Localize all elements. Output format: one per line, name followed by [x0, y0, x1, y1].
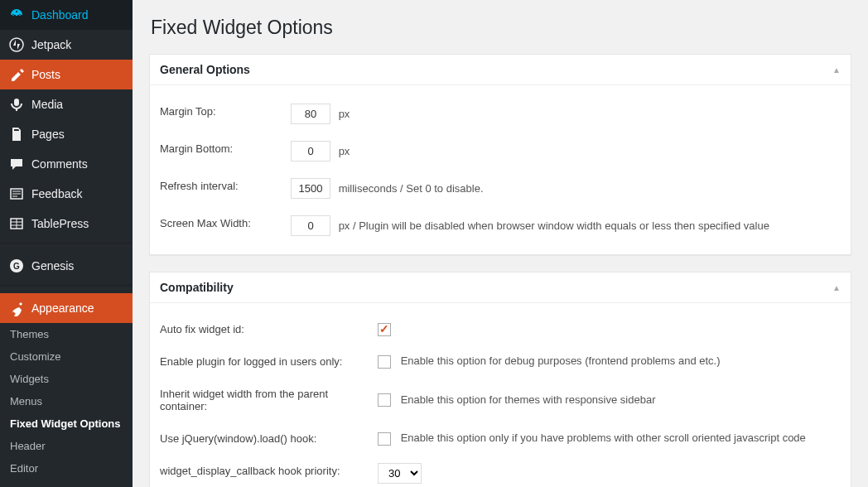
margin-bottom-suffix: px [339, 145, 350, 157]
svg-text:G: G [13, 262, 20, 271]
jquery-label: Use jQuery(window).load() hook: [160, 422, 371, 455]
inherit-checkbox[interactable] [378, 393, 391, 407]
margin-bottom-input[interactable] [291, 141, 330, 162]
margin-top-label: Margin Top: [160, 95, 284, 133]
sidebar-item-feedback[interactable]: Feedback [0, 179, 133, 209]
submenu-widgets[interactable]: Widgets [0, 368, 133, 390]
toggle-icon[interactable]: ▲ [832, 283, 841, 292]
screen-max-label: Screen Max Width: [160, 207, 284, 244]
screen-max-suffix: px / Plugin will be disabled when browse… [339, 219, 769, 232]
tablepress-icon [8, 215, 25, 232]
margin-top-input[interactable] [291, 104, 330, 124]
admin-sidebar: Dashboard Jetpack Posts Media Pages Comm… [0, 0, 133, 487]
sidebar-item-label: Media [31, 98, 63, 111]
margin-top-suffix: px [339, 108, 350, 120]
svg-point-0 [10, 38, 23, 51]
sidebar-item-jetpack[interactable]: Jetpack [0, 30, 133, 60]
posts-icon [8, 66, 25, 83]
menu-separator [0, 285, 133, 289]
appearance-icon [8, 300, 25, 316]
page-title: Fixed Widget Options [151, 17, 851, 39]
logged-desc: Enable this option for debug purposes (f… [401, 354, 721, 367]
sidebar-item-label: Jetpack [31, 38, 71, 51]
jetpack-icon [8, 36, 25, 53]
pages-icon [8, 126, 25, 142]
menu-separator [0, 243, 133, 247]
logged-label: Enable plugin for logged in users only: [160, 345, 371, 378]
main-content: Fixed Widget Options General Options ▲ M… [133, 0, 868, 487]
sidebar-item-label: Comments [31, 157, 88, 171]
sidebar-item-label: TablePress [31, 217, 89, 230]
toggle-icon[interactable]: ▲ [832, 65, 841, 75]
inherit-desc: Enable this option for themes with respo… [401, 393, 656, 406]
compatibility-header[interactable]: Compatibility ▲ [150, 272, 851, 303]
jquery-checkbox[interactable] [378, 432, 391, 446]
submenu-themes[interactable]: Themes [0, 323, 133, 345]
sidebar-item-media[interactable]: Media [0, 89, 133, 119]
sidebar-item-label: Dashboard [31, 8, 89, 22]
sidebar-item-label: Pages [31, 128, 65, 141]
refresh-input[interactable] [291, 178, 330, 199]
general-options-box: General Options ▲ Margin Top: px Margin … [149, 54, 851, 255]
autofix-checkbox[interactable] [378, 323, 391, 336]
screen-max-input[interactable] [291, 215, 330, 236]
sidebar-item-posts[interactable]: Posts [0, 60, 133, 89]
submenu-menus[interactable]: Menus [0, 390, 133, 412]
sidebar-item-genesis[interactable]: G Genesis [0, 251, 133, 281]
comments-icon [8, 156, 25, 172]
dashboard-icon [8, 7, 25, 23]
logged-checkbox[interactable] [378, 355, 391, 369]
genesis-icon: G [8, 258, 25, 274]
submenu-header[interactable]: Header [0, 435, 133, 457]
media-icon [8, 96, 25, 113]
general-options-header[interactable]: General Options ▲ [150, 55, 851, 85]
compatibility-heading: Compatibility [160, 281, 234, 294]
compatibility-box: Compatibility ▲ Auto fix widget id: Enab… [149, 272, 851, 487]
sidebar-item-label: Posts [31, 68, 60, 81]
general-options-heading: General Options [160, 63, 250, 76]
priority-label: widget_display_callback hook priority: [160, 455, 371, 487]
refresh-label: Refresh interval: [160, 170, 284, 207]
refresh-suffix: milliseconds / Set 0 to disable. [339, 182, 484, 195]
jquery-desc: Enable this option only if you have prob… [401, 432, 806, 444]
priority-select[interactable]: 30 [378, 463, 422, 484]
sidebar-item-tablepress[interactable]: TablePress [0, 209, 133, 239]
sidebar-item-appearance[interactable]: Appearance [0, 293, 133, 323]
submenu-customize[interactable]: Customize [0, 345, 133, 368]
submenu-fixed-widget-options[interactable]: Fixed Widget Options [0, 412, 133, 435]
inherit-label: Inherit widget width from the parent con… [160, 378, 371, 422]
sidebar-item-label: Feedback [31, 187, 82, 200]
sidebar-item-pages[interactable]: Pages [0, 119, 133, 149]
submenu-editor[interactable]: Editor [0, 457, 133, 480]
autofix-label: Auto fix widget id: [160, 313, 371, 345]
sidebar-item-dashboard[interactable]: Dashboard [0, 0, 133, 30]
sidebar-item-label: Genesis [31, 259, 74, 272]
feedback-icon [8, 186, 25, 202]
sidebar-item-comments[interactable]: Comments [0, 149, 133, 179]
sidebar-item-label: Appearance [31, 301, 94, 315]
margin-bottom-label: Margin Bottom: [160, 133, 284, 170]
